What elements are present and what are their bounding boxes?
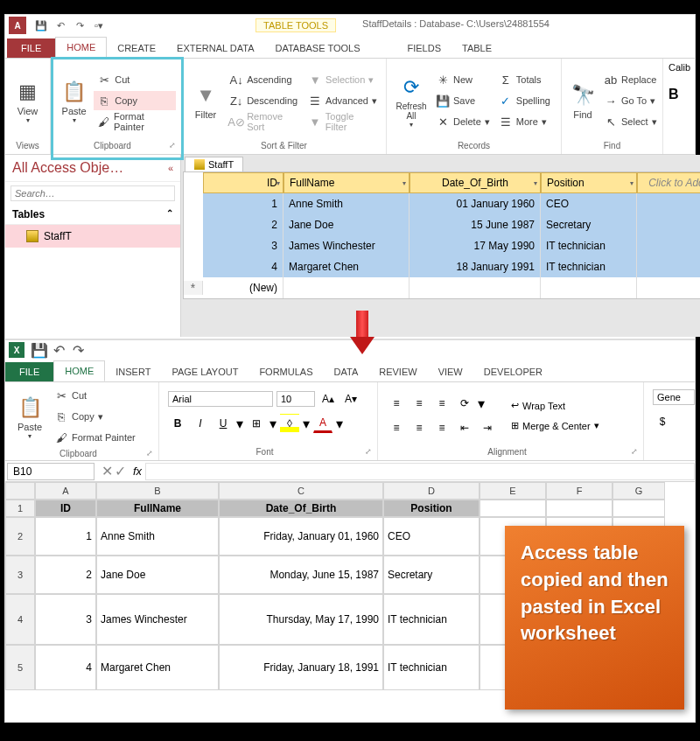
cell[interactable]: Thursday, May 17, 1990 [219, 594, 383, 645]
cell[interactable]: Secretary [383, 556, 480, 594]
cell-name[interactable]: James Winchester [284, 235, 410, 256]
refresh-button[interactable]: ⟳Refresh All▾ [392, 62, 430, 139]
cell[interactable]: James Winchester [96, 594, 219, 645]
row-header[interactable]: 4 [5, 594, 35, 645]
cell[interactable]: 4 [35, 645, 96, 690]
col-header[interactable]: B [96, 482, 219, 500]
dialog-launcher-icon[interactable]: ⤢ [365, 447, 372, 456]
cell-dob[interactable]: 18 January 1991 [410, 256, 541, 277]
remove-sort-button[interactable]: A⊘Remove Sort [226, 112, 303, 131]
cell[interactable]: Jane Doe [96, 556, 219, 594]
spelling-button[interactable]: ✓Spelling [495, 91, 554, 110]
dropdown-icon[interactable]: ▾ [630, 179, 634, 187]
selection-button[interactable]: ▼Selection▾ [304, 70, 381, 89]
format-painter-button[interactable]: 🖌Format Painter [94, 112, 176, 131]
number-format-select[interactable] [653, 389, 695, 405]
row-header[interactable]: 5 [5, 645, 35, 690]
currency-icon[interactable]: $ [653, 412, 672, 431]
tab-developer[interactable]: DEVELOPER [473, 362, 553, 381]
bold-button[interactable]: B [668, 87, 688, 102]
row-header[interactable]: 2 [5, 517, 35, 556]
undo-icon[interactable]: ↶ [51, 342, 66, 358]
find-button[interactable]: 🔭Find [567, 62, 598, 139]
cell[interactable]: IT technician [383, 645, 480, 690]
col-header[interactable]: D [383, 482, 480, 500]
dropdown-icon[interactable]: ▾ [402, 179, 406, 187]
col-header-id[interactable]: ID▾ [203, 172, 284, 193]
table-row[interactable]: 2Jane Doe15 June 1987Secretary [184, 214, 700, 235]
cell[interactable]: Monday, June 15, 1987 [219, 556, 383, 594]
increase-indent-icon[interactable]: ⇥ [478, 418, 497, 437]
cancel-icon[interactable]: ✕ [102, 463, 113, 479]
tab-view[interactable]: VIEW [428, 362, 473, 381]
name-box[interactable] [7, 463, 94, 480]
col-header-name[interactable]: FullName▾ [284, 172, 410, 193]
tab-file[interactable]: FILE [5, 362, 53, 381]
new-row-label[interactable]: (New) [203, 277, 284, 298]
tab-page-layout[interactable]: PAGE LAYOUT [161, 362, 248, 381]
toggle-filter-button[interactable]: ▼Toggle Filter [304, 112, 381, 131]
datasheet-tab[interactable]: StaffT [185, 157, 243, 171]
cell[interactable] [612, 500, 665, 517]
cell-dob[interactable]: 17 May 1990 [410, 235, 541, 256]
collapse-icon[interactable]: ⌃ [166, 208, 173, 220]
tab-home[interactable]: HOME [53, 360, 105, 381]
ascending-button[interactable]: A↓Ascending [226, 70, 303, 89]
cell-dob[interactable]: 15 June 1987 [410, 214, 541, 235]
save-icon[interactable]: 💾 [32, 342, 47, 358]
cell-dob[interactable]: 01 January 1960 [410, 193, 541, 214]
cell[interactable]: Friday, January 01, 1960 [219, 517, 383, 556]
align-right-icon[interactable]: ≡ [432, 418, 452, 437]
align-bottom-icon[interactable]: ≡ [432, 394, 452, 413]
datasheet-grid[interactable]: ID▾ FullName▾ Date_Of_Birth▾ Position▾ C… [183, 171, 700, 299]
col-header-position[interactable]: Position▾ [541, 172, 637, 193]
enter-icon[interactable]: ✓ [115, 463, 126, 479]
select-all-corner[interactable] [5, 482, 35, 500]
goto-button[interactable]: →Go To▾ [600, 91, 661, 110]
align-left-icon[interactable]: ≡ [387, 418, 406, 437]
tab-table[interactable]: TABLE [452, 38, 502, 58]
tab-create[interactable]: CREATE [107, 38, 166, 58]
align-top-icon[interactable]: ≡ [387, 394, 406, 413]
nav-section-tables[interactable]: Tables⌃ [5, 205, 180, 225]
tab-data[interactable]: DATA [324, 362, 369, 381]
cell-name[interactable]: Anne Smith [284, 193, 410, 214]
cell[interactable]: Margaret Chen [96, 645, 219, 690]
select-button[interactable]: ↖Select▾ [600, 112, 661, 131]
tab-insert[interactable]: INSERT [105, 362, 161, 381]
cell[interactable]: Friday, January 18, 1991 [219, 645, 383, 690]
tab-formulas[interactable]: FORMULAS [248, 362, 323, 381]
tab-database-tools[interactable]: DATABASE TOOLS [264, 38, 370, 58]
additem-icon[interactable]: ▫▾ [91, 17, 107, 33]
tab-file[interactable]: FILE [7, 38, 55, 58]
dropdown-icon[interactable]: ▾ [534, 179, 537, 187]
col-header-dob[interactable]: Date_Of_Birth▾ [410, 172, 541, 193]
cell-header[interactable]: ID [35, 500, 96, 517]
undo-icon[interactable]: ↶ [52, 17, 68, 33]
cell-id[interactable]: 1 [203, 193, 284, 214]
table-row[interactable]: 1Anne Smith01 January 1960CEO [184, 193, 700, 214]
cell-pos[interactable]: Secretary [541, 214, 637, 235]
cell[interactable] [480, 500, 546, 517]
save-icon[interactable]: 💾 [33, 17, 49, 33]
cut-button[interactable]: ✂Cut [94, 70, 176, 89]
italic-button[interactable]: I [191, 414, 210, 433]
tab-fields[interactable]: FIELDS [396, 38, 452, 58]
table-row[interactable]: 3James Winchester17 May 1990IT technicia… [184, 235, 700, 256]
cell[interactable]: 1 [35, 517, 96, 556]
cell-pos[interactable]: IT technician [541, 256, 637, 277]
cell-name[interactable]: Jane Doe [284, 214, 410, 235]
fill-color-button[interactable]: ◊ [280, 414, 299, 433]
underline-button[interactable]: U [214, 414, 233, 433]
cell-id[interactable]: 2 [203, 214, 284, 235]
dialog-launcher-icon[interactable]: ⤢ [631, 447, 638, 456]
cell-id[interactable]: 4 [203, 256, 284, 277]
shrink-font-icon[interactable]: A▾ [341, 389, 360, 409]
merge-center-button[interactable]: ⊞Merge & Center▾ [506, 418, 605, 433]
font-color-button[interactable]: A [313, 414, 332, 433]
cell-pos[interactable]: IT technician [541, 235, 637, 256]
border-button[interactable]: ⊞ [247, 414, 266, 433]
wrap-text-button[interactable]: ↩Wrap Text [506, 398, 605, 413]
font-name-select[interactable] [168, 391, 273, 407]
cell[interactable]: IT technician [383, 594, 480, 645]
